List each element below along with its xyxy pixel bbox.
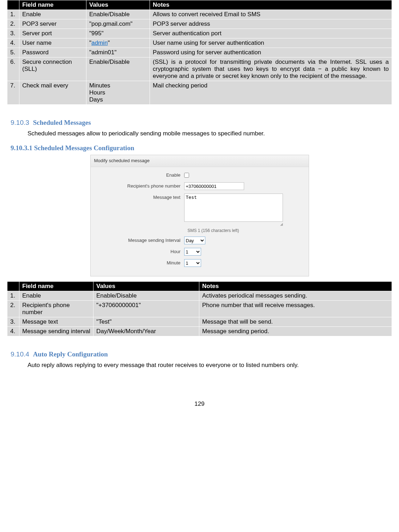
table-row: 5. Password "admin01" Password using for… — [7, 48, 392, 57]
row-notes: Server authentication port — [150, 29, 392, 38]
label-interval: Message sending Interval — [94, 237, 184, 243]
row-field: Message text — [19, 317, 93, 327]
row-notes: Allows to convert received Email to SMS — [150, 10, 392, 19]
th-field: Field name — [19, 282, 93, 291]
minute-select[interactable]: 1 — [184, 259, 201, 267]
row-notes: Message that will be send. — [199, 317, 392, 327]
label-enable: Enable — [94, 171, 184, 178]
row-field: Check mail every — [19, 81, 86, 105]
table-row: 6. Secure connection (SLL) Enable/Disabl… — [7, 57, 392, 81]
table-row: 3. Server port "995" Server authenticati… — [7, 29, 392, 38]
row-field: User name — [19, 38, 86, 48]
row-field: Password — [19, 48, 86, 57]
section-heading-auto-reply: 9.10.4 Auto Reply Configuration — [11, 350, 392, 358]
row-values: Day/Week/Month/Year — [93, 327, 199, 336]
row-field: Server port — [19, 29, 86, 38]
row-num: 3. — [7, 29, 19, 38]
table-row: 2. POP3 server "pop.gmail.com" POP3 serv… — [7, 19, 392, 29]
th-field: Field name — [19, 0, 86, 10]
row-values: "admin" — [86, 38, 150, 48]
table-row: 2. Recipient's phone number "+3706000000… — [7, 301, 392, 317]
char-counter: SMS 1 (156 characters left) — [188, 228, 305, 233]
table-row: 1. Enable Enable/Disable Allows to conve… — [7, 10, 392, 19]
row-notes: POP3 server address — [150, 19, 392, 29]
field-table-1: Field name Values Notes 1. Enable Enable… — [7, 0, 392, 105]
message-textarea[interactable]: Test — [184, 194, 283, 222]
row-num: 1. — [7, 291, 19, 301]
section-heading-scheduled-messages: 9.10.3 Scheduled Messages — [11, 119, 392, 127]
row-field: Enable — [19, 291, 93, 301]
row-num: 4. — [7, 38, 19, 48]
row-field: Message sending interval — [19, 327, 93, 336]
row-values: "995" — [86, 29, 150, 38]
row-notes: Message sending period. — [199, 327, 392, 336]
interval-select[interactable]: Day — [184, 237, 205, 244]
row-num: 1. — [7, 10, 19, 19]
resize-handle-icon[interactable]: ◢ — [184, 222, 283, 226]
phone-input[interactable] — [184, 182, 244, 190]
row-field: POP3 server — [19, 19, 86, 29]
row-notes: Activates periodical messages sending. — [199, 291, 392, 301]
modify-scheduled-message-panel: Modify scheduled message Enable Recipien… — [90, 155, 309, 276]
field-table-2: Field name Values Notes 1. Enable Enable… — [7, 281, 392, 336]
enable-checkbox[interactable] — [184, 173, 189, 178]
label-hour: Hour — [94, 248, 184, 254]
th-values: Values — [86, 0, 150, 10]
row-values: "Test" — [93, 317, 199, 327]
th-blank — [7, 0, 19, 10]
page-number: 129 — [7, 400, 392, 408]
row-notes: User name using for server authenticatio… — [150, 38, 392, 48]
row-values: Enable/Disable — [86, 57, 150, 81]
subsection-heading-config: 9.10.3.1 Scheduled Messages Configuratio… — [11, 144, 392, 152]
row-field: Recipient's phone number — [19, 301, 93, 317]
th-values: Values — [93, 282, 199, 291]
row-notes: (SSL) is a protocol for transmitting pri… — [150, 57, 392, 81]
table-row: 1. Enable Enable/Disable Activates perio… — [7, 291, 392, 301]
label-phone: Recipient's phone number — [94, 182, 184, 189]
row-values: Enable/Disable — [93, 291, 199, 301]
th-notes: Notes — [150, 0, 392, 10]
row-values: "pop.gmail.com" — [86, 19, 150, 29]
row-notes: Mail checking period — [150, 81, 392, 105]
row-notes: Phone number that will receive messages. — [199, 301, 392, 317]
row-values: "admin01" — [86, 48, 150, 57]
row-values: Minutes Hours Days — [86, 81, 150, 105]
table-row: 3. Message text "Test" Message that will… — [7, 317, 392, 327]
hour-select[interactable]: 1 — [184, 248, 201, 256]
row-values: "+37060000001" — [93, 301, 199, 317]
row-num: 5. — [7, 48, 19, 57]
row-field: Enable — [19, 10, 86, 19]
table-row: 4. User name "admin" User name using for… — [7, 38, 392, 48]
row-notes: Password using for server authentication — [150, 48, 392, 57]
row-num: 4. — [7, 327, 19, 336]
th-notes: Notes — [199, 282, 392, 291]
panel-title: Modify scheduled message — [91, 155, 309, 167]
row-values: Enable/Disable — [86, 10, 150, 19]
row-num: 2. — [7, 19, 19, 29]
row-num: 3. — [7, 317, 19, 327]
table-row: 7. Check mail every Minutes Hours Days M… — [7, 81, 392, 105]
row-num: 7. — [7, 81, 19, 105]
th-blank — [7, 282, 19, 291]
admin-link[interactable]: admin — [91, 39, 108, 46]
section-body: Scheduled messages allow to periodically… — [28, 130, 392, 137]
label-minute: Minute — [94, 259, 184, 265]
row-num: 6. — [7, 57, 19, 81]
label-message: Message text — [94, 194, 184, 200]
row-field: Secure connection (SLL) — [19, 57, 86, 81]
section-body: Auto reply allows replying to every mess… — [28, 362, 392, 369]
row-num: 2. — [7, 301, 19, 317]
table-row: 4. Message sending interval Day/Week/Mon… — [7, 327, 392, 336]
